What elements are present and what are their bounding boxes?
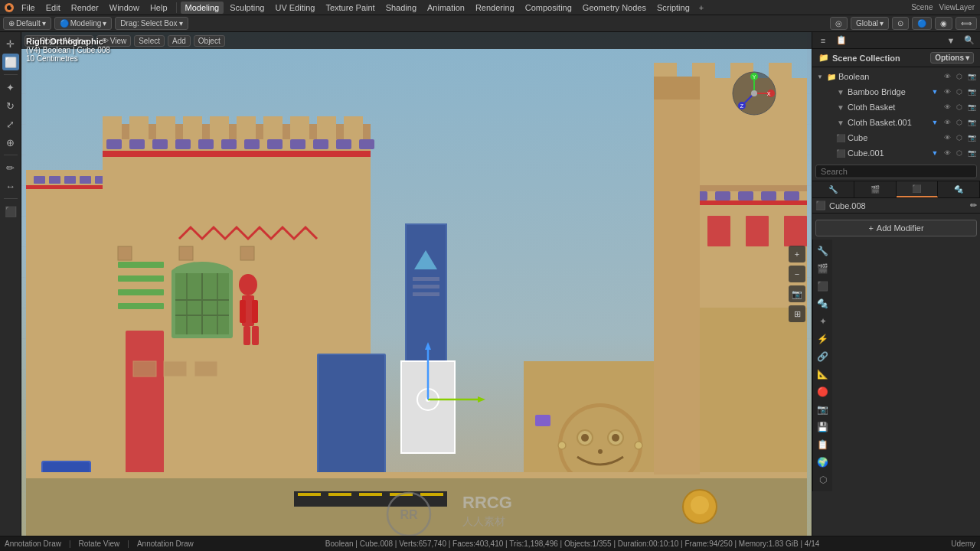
scene-name[interactable]: Scene	[909, 3, 935, 11]
menu-render[interactable]: Render	[67, 2, 103, 14]
zoom-in-btn[interactable]: +	[789, 246, 805, 262]
transform-tool-btn[interactable]: ⊕	[2, 134, 19, 151]
add-btn[interactable]: Add	[168, 35, 191, 47]
outliner-active-icon[interactable]: 📋	[834, 34, 849, 47]
add-workspace-btn[interactable]: +	[696, 3, 707, 12]
menu-file[interactable]: File	[17, 2, 40, 14]
cloth-basket-render-icon[interactable]: 📷	[966, 102, 977, 112]
add-modifier-button[interactable]: + Add Modifier	[815, 220, 977, 236]
add-cube-btn[interactable]: ⬛	[2, 203, 19, 220]
menu-window[interactable]: Window	[105, 2, 144, 14]
proportional-editing-btn[interactable]: ◎	[830, 17, 848, 30]
scene-settings-icon-btn[interactable]: 🎬	[815, 260, 831, 277]
modifier-settings-icon-btn[interactable]: 🔩	[815, 295, 831, 312]
cloth-basket-select-icon[interactable]: ⬡	[954, 102, 965, 112]
rotate-tool-btn[interactable]: ↻	[2, 97, 19, 114]
outliner-editor-icon[interactable]: ≡	[815, 34, 831, 47]
tab-modifier[interactable]: 🔩	[938, 181, 980, 197]
cloth-basket-001-hide-icon[interactable]: 👁	[942, 117, 952, 128]
physics-icon-btn[interactable]: ⚡	[815, 331, 831, 347]
menu-help[interactable]: Help	[145, 2, 172, 14]
snap-selector[interactable]: 🔵 Modeling ▾	[54, 17, 113, 30]
zoom-out-btn[interactable]: −	[789, 266, 805, 282]
cube-render-icon[interactable]: 📷	[966, 132, 977, 143]
move-tool-btn[interactable]: ✦	[2, 79, 19, 96]
workspace-sculpting[interactable]: Sculpting	[225, 2, 269, 14]
tab-active-tool[interactable]: 🔧	[812, 181, 854, 197]
tab-object[interactable]: ⬛	[897, 181, 939, 197]
cube-001-select-icon[interactable]: ⬡	[954, 148, 965, 158]
workspace-compositing[interactable]: Compositing	[521, 2, 577, 14]
output-icon-btn[interactable]: 💾	[815, 419, 831, 435]
cube-hide-icon[interactable]: 👁	[942, 132, 952, 143]
tree-item-cube[interactable]: ⬛ Cube 👁 ⬡ 📷	[812, 130, 980, 145]
cloth-basket-001-render-icon[interactable]: 📷	[966, 117, 977, 128]
navigation-gizmo[interactable]: X Y Z	[731, 70, 777, 116]
tool-settings-icon-btn[interactable]: 🔧	[815, 243, 831, 259]
filter-icon[interactable]: ▼	[943, 34, 959, 47]
object-data-icon-btn[interactable]: ⬡	[815, 471, 831, 488]
workspace-shading[interactable]: Shading	[381, 2, 421, 14]
tree-item-cube-001[interactable]: ⬛ Cube.001 ▼ 👁 ⬡ 📷	[812, 145, 980, 161]
render-settings-icon-btn[interactable]: 📷	[815, 401, 831, 418]
tree-item-bamboo-bridge[interactable]: ▼ Bamboo Bridge ▼ 👁 ⬡ 📷	[812, 84, 980, 99]
options-button[interactable]: Options ▾	[930, 52, 974, 64]
global-transform-btn[interactable]: Global ▾	[851, 17, 889, 30]
workspace-texture-paint[interactable]: Texture Paint	[321, 2, 379, 14]
boolean-hide-icon[interactable]: 👁	[942, 71, 952, 82]
snap-toggle-btn[interactable]: 🔵	[912, 17, 932, 30]
orientation-selector[interactable]: ⊕ Default ▾	[3, 17, 51, 30]
cube-001-hide-icon[interactable]: 👁	[942, 148, 952, 158]
view-layer-icon-btn[interactable]: 📋	[815, 436, 831, 453]
search-icon[interactable]: 🔍	[962, 34, 977, 47]
tree-item-boolean[interactable]: ▼ 📁 Boolean 👁 ⬡ 📷	[812, 69, 980, 84]
workspace-animation[interactable]: Animation	[423, 2, 469, 14]
menu-edit[interactable]: Edit	[41, 2, 65, 14]
workspace-rendering[interactable]: Rendering	[471, 2, 519, 14]
bamboo-render-icon[interactable]: 📷	[966, 86, 977, 97]
workspace-scripting[interactable]: Scripting	[652, 2, 694, 14]
svg-rect-36	[156, 116, 175, 143]
view-layer-name[interactable]: ViewLayer	[936, 3, 977, 11]
material-icon-btn[interactable]: 🔴	[815, 383, 831, 400]
constraints-icon-btn[interactable]: 🔗	[815, 348, 831, 365]
cube-001-render-icon[interactable]: 📷	[966, 148, 977, 158]
boolean-select-icon[interactable]: ⬡	[954, 71, 965, 82]
obj-edit-icon[interactable]: ✏	[970, 201, 977, 210]
bamboo-select-icon[interactable]: ⬡	[954, 86, 965, 97]
move-icon: ✦	[6, 82, 15, 93]
proportional-falloff-btn[interactable]: ◉	[935, 17, 952, 30]
object-menu-btn[interactable]: Object	[194, 35, 225, 47]
boolean-render-icon[interactable]: 📷	[966, 71, 977, 82]
particles-icon-btn[interactable]: ✦	[815, 313, 831, 330]
object-settings-icon-btn[interactable]: ⬛	[815, 278, 831, 295]
grid-btn[interactable]: ⊞	[789, 305, 805, 322]
cursor-tool-btn[interactable]: ✛	[2, 35, 19, 52]
mirror-btn[interactable]: ⟺	[956, 17, 977, 30]
measure-tool-btn[interactable]: ↔	[2, 178, 19, 194]
scale-tool-btn[interactable]: ⤢	[2, 116, 19, 132]
cube-select-icon[interactable]: ⬡	[954, 132, 965, 143]
data-icon-btn[interactable]: 📐	[815, 366, 831, 383]
workspace-geometry-nodes[interactable]: Geometry Nodes	[578, 2, 651, 14]
tree-item-cloth-basket-001[interactable]: ▼ Cloth Basket.001 ▼ 👁 ⬡ 📷	[812, 115, 980, 130]
annotate-tool-btn[interactable]: ✏	[2, 159, 19, 176]
select-box-tool-btn[interactable]: ⬜	[2, 54, 19, 70]
tree-item-cloth-basket[interactable]: ▼ Cloth Basket 👁 ⬡ 📷	[812, 99, 980, 115]
world-icon-btn[interactable]: 🌍	[815, 454, 831, 471]
drag-selector[interactable]: Drag: Select Box ▾	[115, 17, 188, 30]
search-input[interactable]	[815, 165, 977, 178]
3d-viewport[interactable]: RR RRCG 人人素材 ⬛ Object Mode ▾ 👁 View Sele…	[21, 32, 812, 536]
cloth-basket-001-modifier-icon[interactable]: ▼	[929, 117, 940, 128]
camera-btn[interactable]: 📷	[789, 285, 805, 302]
workspace-uv-editing[interactable]: UV Editing	[270, 2, 319, 14]
tab-scene[interactable]: 🎬	[854, 181, 897, 197]
cloth-basket-hide-icon[interactable]: 👁	[942, 102, 952, 112]
cube-001-modifier-icon[interactable]: ▼	[929, 148, 940, 158]
workspace-modeling[interactable]: Modeling	[181, 2, 224, 14]
bamboo-hide-icon[interactable]: 👁	[942, 86, 952, 97]
bamboo-modifier-icon[interactable]: ▼	[929, 86, 940, 97]
cloth-basket-001-select-icon[interactable]: ⬡	[954, 117, 965, 128]
select-mode-btn[interactable]: Select	[134, 35, 165, 47]
transform-pivot-btn[interactable]: ⊙	[892, 17, 909, 30]
